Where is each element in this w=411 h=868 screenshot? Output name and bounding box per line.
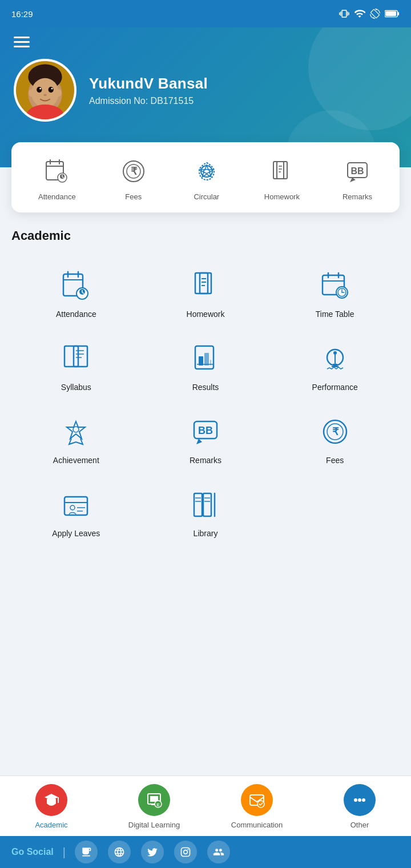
svg-rect-28 [277,162,284,179]
quick-attendance[interactable]: Attendance [38,156,76,201]
svg-point-71 [73,427,79,432]
svg-rect-2 [385,11,396,16]
quick-circular-label: Circular [194,192,219,201]
social-twitter-btn[interactable] [141,841,164,863]
svg-rect-44 [200,273,208,294]
svg-rect-27 [273,162,287,179]
svg-point-98 [354,798,357,802]
fees-quick-icon: ₹ [118,156,149,187]
quick-remarks[interactable]: BB Remarks [342,156,373,201]
grid-attendance[interactable]: Attendance [11,257,141,330]
menu-button[interactable] [14,37,30,47]
profile-admission: Admission No: DB171515 [89,96,208,106]
grid-library[interactable]: Library [141,476,271,549]
social-instagram-btn[interactable] [174,841,197,863]
grid-achievement[interactable]: Achievement [11,403,141,476]
nav-other-label: Other [350,821,369,829]
homework-icon [188,268,223,303]
go-social-label: Go Social [11,847,54,857]
applyleaves-icon [59,488,93,522]
status-icons [339,8,400,19]
social-newspaper-btn[interactable] [75,841,98,863]
quick-fees-label: Fees [125,192,142,201]
grid-empty [270,476,400,549]
nav-digitallearning-label: Digital Learning [128,821,180,829]
grid-results[interactable]: Results [141,330,271,403]
applyleaves-label: Apply Leaves [52,529,100,538]
wifi-icon [354,8,365,19]
svg-text:BB: BB [198,425,213,436]
library-label: Library [194,529,218,538]
go-social-divider: | [63,846,66,859]
svg-rect-63 [204,353,209,365]
avatar [14,59,76,122]
academic-nav-icon [35,784,67,816]
svg-point-12 [29,89,34,97]
svg-point-99 [358,798,361,802]
nav-academic[interactable]: Academic [0,776,103,836]
quick-homework[interactable]: Homework [264,156,300,201]
status-bar: 16:29 [0,0,411,27]
communication-nav-icon [241,784,273,816]
nav-digitallearning[interactable]: E Digital Learning [103,776,206,836]
grid-timetable[interactable]: Time Table [270,257,400,330]
attendance-label: Attendance [56,310,96,319]
svg-rect-83 [194,493,202,516]
results-icon [188,341,223,376]
svg-rect-84 [203,493,211,516]
svg-text:BB: BB [350,166,364,176]
performance-icon [318,341,352,376]
screen-icon [370,9,380,19]
time: 16:29 [11,9,33,19]
vibrate-icon [339,9,349,19]
quick-fees[interactable]: ₹ Fees [118,156,149,201]
svg-rect-43 [195,273,211,294]
svg-rect-57 [74,346,87,367]
quick-attendance-label: Attendance [38,192,76,201]
homework-quick-icon [267,156,297,187]
social-icons [75,841,230,863]
nav-communication-label: Communication [231,821,283,829]
svg-point-100 [362,798,365,802]
svg-rect-1 [397,12,399,15]
profile-section: YukundV Bansal Admission No: DB171515 [14,59,397,122]
profile-name: YukundV Bansal [89,75,208,93]
grid-syllabus[interactable]: Syllabus [11,330,141,403]
grid-applyleaves[interactable]: Apply Leaves [11,476,141,549]
remarks-quick-icon: BB [342,156,373,187]
svg-text:₹: ₹ [332,426,339,437]
nav-other[interactable]: Other [308,776,411,836]
svg-point-13 [56,89,61,97]
fees-label: Fees [326,456,344,465]
svg-text:₹: ₹ [130,166,137,177]
bottom-nav: Academic E Digital Learning Communicatio… [0,775,411,836]
remarks-icon: BB [188,415,223,449]
svg-point-10 [51,88,53,90]
academic-grid: Attendance Homework [11,257,400,549]
digitallearning-nav-icon: E [138,784,170,816]
grid-fees[interactable]: ₹ Fees [270,403,400,476]
nav-communication[interactable]: Communication [206,776,308,836]
achievement-icon [59,415,93,449]
svg-point-80 [70,505,75,510]
results-label: Results [192,383,219,392]
timetable-icon [318,268,352,303]
svg-point-67 [333,351,337,355]
attendance-quick-icon [42,156,72,187]
grid-homework[interactable]: Homework [141,257,271,330]
svg-point-11 [43,94,47,96]
social-people-btn[interactable] [207,841,230,863]
svg-rect-56 [65,346,78,367]
homework-label: Homework [187,310,225,319]
svg-marker-74 [196,439,202,444]
svg-point-8 [49,87,54,93]
syllabus-label: Syllabus [61,383,91,392]
grid-performance[interactable]: Performance [270,330,400,403]
quick-homework-label: Homework [264,192,300,201]
social-globe-btn[interactable] [108,841,131,863]
attendance-icon [59,268,93,303]
svg-rect-78 [65,497,87,515]
section-title: Academic [11,228,400,243]
quick-circular[interactable]: Circular [191,156,222,201]
grid-remarks[interactable]: BB Remarks [141,403,271,476]
